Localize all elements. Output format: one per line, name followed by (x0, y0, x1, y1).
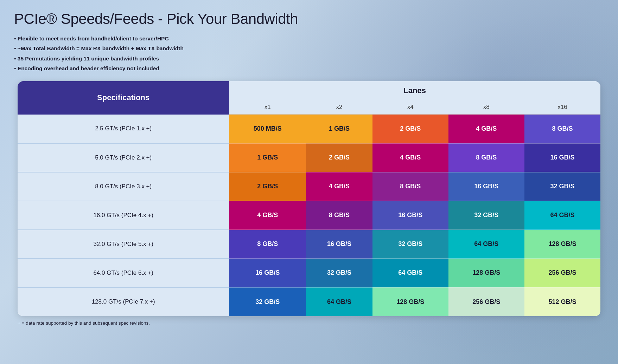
cell-row1-x4: 2 GB/S (372, 115, 448, 143)
cell-row3-x4: 8 GB/S (372, 172, 448, 201)
spec-label-row5: 32.0 GT/s (PCIe 5.x +) (18, 230, 229, 259)
cell-row6-x16: 256 GB/S (524, 259, 600, 287)
table-row: 5.0 GT/s (PCIe 2.x +) 1 GB/S 2 GB/S 4 GB… (18, 143, 600, 172)
cell-row1-x1: 500 MB/S (229, 115, 306, 143)
spec-header: Specifications (18, 81, 229, 115)
spec-label-row7: 128.0 GT/s (PCIe 7.x +) (18, 287, 229, 316)
table-row: 8.0 GT/s (PCIe 3.x +) 2 GB/S 4 GB/S 8 GB… (18, 172, 600, 201)
cell-row2-x8: 8 GB/S (448, 143, 524, 172)
cell-row7-x2: 64 GB/S (306, 287, 372, 316)
bullet-2: ~Max Total Bandwidth = Max RX bandwidth … (14, 44, 604, 52)
bullet-3: 35 Permutations yielding 11 unique bandw… (14, 54, 604, 63)
cell-row4-x4: 16 GB/S (372, 201, 448, 230)
bandwidth-table-wrapper: Specifications Lanes x1 x2 x4 x8 x16 2.5… (18, 81, 600, 316)
table-row: 2.5 GT/s (PCIe 1.x +) 500 MB/S 1 GB/S 2 … (18, 115, 600, 143)
cell-row1-x8: 4 GB/S (448, 115, 524, 143)
cell-row7-x8: 256 GB/S (448, 287, 524, 316)
header-lanes-row: Specifications Lanes (18, 81, 600, 100)
spec-label-row3: 8.0 GT/s (PCIe 3.x +) (18, 172, 229, 201)
table-row: 32.0 GT/s (PCIe 5.x +) 8 GB/S 16 GB/S 32… (18, 230, 600, 259)
spec-label-row4: 16.0 GT/s (PCIe 4.x +) (18, 201, 229, 230)
cell-row6-x1: 16 GB/S (229, 259, 306, 287)
lanes-header: Lanes (229, 81, 600, 100)
cell-row5-x16: 128 GB/S (524, 230, 600, 259)
cell-row2-x4: 4 GB/S (372, 143, 448, 172)
lane-x2-header: x2 (306, 100, 372, 115)
bullet-1: Flexible to meet needs from handheld/cli… (14, 34, 604, 43)
cell-row3-x2: 4 GB/S (306, 172, 372, 201)
table-row: 128.0 GT/s (PCIe 7.x +) 32 GB/S 64 GB/S … (18, 287, 600, 316)
cell-row5-x2: 16 GB/S (306, 230, 372, 259)
cell-row2-x1: 1 GB/S (229, 143, 306, 172)
cell-row3-x8: 16 GB/S (448, 172, 524, 201)
cell-row7-x1: 32 GB/S (229, 287, 306, 316)
cell-row2-x16: 16 GB/S (524, 143, 600, 172)
cell-row7-x16: 512 GB/S (524, 287, 600, 316)
cell-row5-x4: 32 GB/S (372, 230, 448, 259)
bullet-4: Encoding overhead and header efficiency … (14, 64, 604, 72)
cell-row1-x16: 8 GB/S (524, 115, 600, 143)
cell-row5-x1: 8 GB/S (229, 230, 306, 259)
page-container: PCIe® Speeds/Feeds - Pick Your Bandwidth… (0, 0, 618, 336)
cell-row6-x4: 64 GB/S (372, 259, 448, 287)
cell-row4-x16: 64 GB/S (524, 201, 600, 230)
lane-x1-header: x1 (229, 100, 306, 115)
cell-row7-x4: 128 GB/S (372, 287, 448, 316)
page-title: PCIe® Speeds/Feeds - Pick Your Bandwidth (14, 11, 604, 27)
cell-row2-x2: 2 GB/S (306, 143, 372, 172)
cell-row4-x2: 8 GB/S (306, 201, 372, 230)
lane-x16-header: x16 (524, 100, 600, 115)
table-row: 64.0 GT/s (PCIe 6.x +) 16 GB/S 32 GB/S 6… (18, 259, 600, 287)
cell-row6-x8: 128 GB/S (448, 259, 524, 287)
cell-row3-x1: 2 GB/S (229, 172, 306, 201)
footnote: + = data rate supported by this and subs… (14, 320, 604, 326)
cell-row1-x2: 1 GB/S (306, 115, 372, 143)
cell-row4-x8: 32 GB/S (448, 201, 524, 230)
lane-x4-header: x4 (372, 100, 448, 115)
spec-label-row1: 2.5 GT/s (PCIe 1.x +) (18, 115, 229, 143)
spec-label-row2: 5.0 GT/s (PCIe 2.x +) (18, 143, 229, 172)
spec-label-row6: 64.0 GT/s (PCIe 6.x +) (18, 259, 229, 287)
cell-row4-x1: 4 GB/S (229, 201, 306, 230)
cell-row6-x2: 32 GB/S (306, 259, 372, 287)
lane-x8-header: x8 (448, 100, 524, 115)
cell-row3-x16: 32 GB/S (524, 172, 600, 201)
bullet-points: Flexible to meet needs from handheld/cli… (14, 34, 604, 72)
table-row: 16.0 GT/s (PCIe 4.x +) 4 GB/S 8 GB/S 16 … (18, 201, 600, 230)
cell-row5-x8: 64 GB/S (448, 230, 524, 259)
bandwidth-table: Specifications Lanes x1 x2 x4 x8 x16 2.5… (18, 81, 600, 316)
